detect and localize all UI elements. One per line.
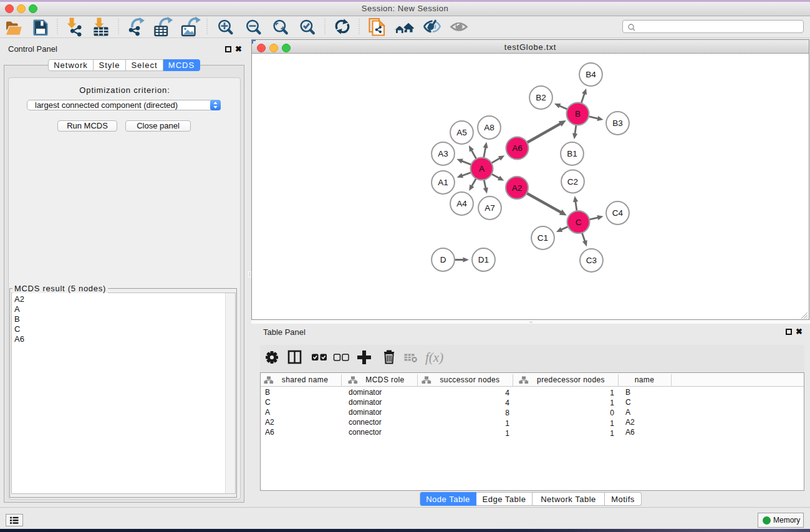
svg-text:A7: A7 bbox=[485, 203, 495, 213]
svg-text:A3: A3 bbox=[438, 149, 448, 158]
svg-text:B: B bbox=[575, 109, 581, 118]
svg-text:C: C bbox=[576, 218, 582, 227]
svg-text:A6: A6 bbox=[512, 143, 523, 153]
svg-text:A1: A1 bbox=[438, 178, 448, 187]
svg-text:B3: B3 bbox=[612, 118, 623, 128]
svg-text:D1: D1 bbox=[478, 255, 489, 264]
svg-text:C1: C1 bbox=[538, 233, 548, 243]
svg-text:A4: A4 bbox=[456, 199, 467, 208]
svg-text:f(x): f(x) bbox=[425, 350, 443, 365]
svg-text:B4: B4 bbox=[586, 70, 596, 79]
svg-text:A: A bbox=[479, 164, 485, 173]
svg-text:D: D bbox=[440, 255, 446, 264]
svg-text:C3: C3 bbox=[586, 256, 597, 265]
svg-text:C2: C2 bbox=[567, 177, 578, 186]
svg-text:B2: B2 bbox=[536, 93, 546, 102]
svg-text:A8: A8 bbox=[484, 123, 494, 132]
svg-text:C4: C4 bbox=[612, 208, 624, 218]
svg-text:B1: B1 bbox=[567, 149, 577, 158]
svg-text:A5: A5 bbox=[456, 128, 467, 137]
svg-text:A2: A2 bbox=[512, 183, 523, 193]
